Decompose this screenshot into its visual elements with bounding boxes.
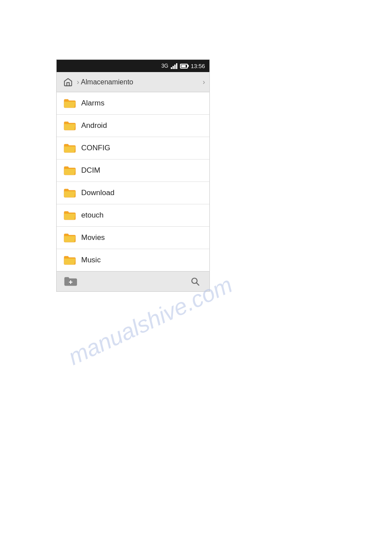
folder-icon: [64, 166, 76, 175]
folder-item-alarms[interactable]: Alarms: [57, 92, 209, 115]
folder-icon: [64, 121, 76, 131]
folder-icon: [64, 255, 76, 265]
new-folder-icon: [64, 276, 77, 287]
phone-screen: 3G 13:56 › Almacenamiento ›: [56, 59, 210, 292]
breadcrumb-path-label: Almacenamiento: [81, 78, 201, 86]
folder-icon: [64, 210, 76, 220]
folder-name-etouch: etouch: [81, 211, 104, 220]
folder-icon: [64, 98, 76, 108]
folder-name-movies: Movies: [81, 233, 105, 242]
bottom-toolbar: [57, 271, 209, 291]
folder-name-config: CONFIG: [81, 144, 110, 152]
folder-icon: [64, 188, 76, 198]
network-indicator: 3G: [161, 63, 168, 69]
battery-icon: [180, 64, 188, 69]
folder-item-music[interactable]: Music: [57, 249, 209, 271]
folder-icon: [64, 143, 76, 153]
new-folder-button[interactable]: [63, 274, 79, 290]
folder-item-etouch[interactable]: etouch: [57, 204, 209, 227]
search-button[interactable]: [187, 274, 203, 290]
folder-list: Alarms Android CONFIG DCIM: [57, 92, 209, 271]
breadcrumb-bar: › Almacenamiento ›: [57, 72, 209, 92]
folder-icon: [64, 233, 76, 243]
folder-item-android[interactable]: Android: [57, 115, 209, 137]
home-button[interactable]: [61, 75, 75, 89]
folder-name-android: Android: [81, 121, 107, 130]
breadcrumb-chevron-icon: ›: [77, 78, 79, 86]
folder-item-download[interactable]: Download: [57, 182, 209, 204]
time-display: 13:56: [191, 63, 205, 69]
folder-item-config[interactable]: CONFIG: [57, 137, 209, 160]
folder-name-music: Music: [81, 256, 101, 265]
signal-icon: [171, 63, 177, 69]
folder-name-dcim: DCIM: [81, 166, 100, 175]
folder-name-alarms: Alarms: [81, 99, 104, 108]
svg-line-3: [197, 283, 199, 285]
folder-name-download: Download: [81, 189, 115, 197]
status-bar: 3G 13:56: [57, 60, 209, 72]
search-icon: [190, 276, 201, 287]
breadcrumb-end-chevron-icon: ›: [203, 78, 205, 86]
folder-item-dcim[interactable]: DCIM: [57, 160, 209, 182]
folder-item-movies[interactable]: Movies: [57, 227, 209, 249]
